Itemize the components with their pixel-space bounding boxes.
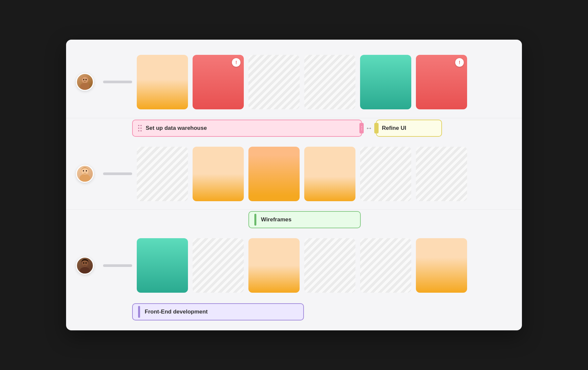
user-name-2 — [103, 172, 132, 175]
alert-badge-2: ! — [455, 58, 464, 67]
card-3-4[interactable] — [304, 238, 355, 293]
drag-handle-1[interactable] — [138, 125, 142, 131]
swimlane-label-4: Front-End development — [145, 309, 208, 315]
swimlane-accent-4 — [138, 306, 140, 318]
resize-arrow[interactable]: ↔ — [365, 124, 373, 132]
grid-area: ! ! — [66, 40, 522, 330]
card-3-5[interactable] — [360, 238, 411, 293]
svg-point-3 — [83, 79, 85, 80]
cards-row-1: ! ! — [137, 51, 512, 113]
cards-row-2 — [137, 143, 512, 205]
card-1-6[interactable]: ! — [416, 55, 467, 109]
swimlane-label-2: Refine UI — [382, 125, 406, 131]
svg-point-11 — [80, 267, 90, 274]
svg-point-14 — [86, 262, 87, 263]
row-3 — [66, 230, 522, 301]
swimlane-bar-2[interactable]: Refine UI — [376, 120, 442, 137]
swimlane-bar-4[interactable]: Front-End development — [132, 303, 304, 320]
svg-point-9 — [86, 170, 87, 171]
card-2-5[interactable] — [360, 147, 411, 201]
swimlane-row-1: Set up data warehouse ↔ Refine UI — [66, 118, 522, 138]
swimlane-bar-1[interactable]: Set up data warehouse — [132, 120, 362, 137]
avatar-1 — [76, 73, 94, 91]
user-col-3 — [76, 234, 132, 297]
card-2-6[interactable] — [416, 147, 467, 201]
app-container: ! ! — [66, 40, 522, 330]
card-1-3[interactable] — [248, 55, 300, 109]
user-col-2 — [76, 143, 132, 205]
card-2-3[interactable] — [248, 147, 300, 201]
alert-badge-1: ! — [232, 58, 240, 67]
avatar-3 — [76, 257, 94, 275]
card-2-4[interactable] — [304, 147, 355, 201]
svg-point-8 — [83, 170, 84, 171]
svg-point-1 — [80, 83, 90, 90]
card-3-2[interactable] — [193, 238, 244, 293]
resize-handle-right-1[interactable] — [359, 123, 364, 133]
swimlane-row-2: Wireframes — [66, 210, 522, 230]
svg-point-6 — [80, 174, 90, 182]
card-3-1[interactable] — [137, 238, 188, 293]
avatar-2 — [76, 165, 94, 183]
card-1-4[interactable] — [304, 55, 355, 109]
cards-row-3 — [137, 234, 512, 297]
card-2-1[interactable] — [137, 147, 188, 201]
user-col-1 — [76, 51, 132, 113]
svg-point-4 — [86, 79, 87, 80]
swimlane-bar-3[interactable]: Wireframes — [248, 211, 361, 228]
card-3-3[interactable] — [248, 238, 300, 293]
row-1: ! ! — [66, 46, 522, 118]
row-2 — [66, 138, 522, 210]
resize-handle-left-2[interactable] — [374, 123, 379, 133]
swimlane-row-3: Front-End development — [66, 301, 522, 324]
swimlane-label-3: Wireframes — [261, 216, 291, 223]
card-1-2[interactable]: ! — [193, 55, 244, 109]
swimlane-accent-3 — [254, 214, 256, 226]
svg-point-13 — [83, 262, 85, 263]
user-name-3 — [103, 264, 132, 267]
card-1-1[interactable] — [137, 55, 188, 109]
card-2-2[interactable] — [193, 147, 244, 201]
card-3-6[interactable] — [416, 238, 467, 293]
card-1-5[interactable] — [360, 55, 411, 109]
swimlane-label-1: Set up data warehouse — [146, 125, 207, 131]
user-name-1 — [103, 81, 132, 83]
